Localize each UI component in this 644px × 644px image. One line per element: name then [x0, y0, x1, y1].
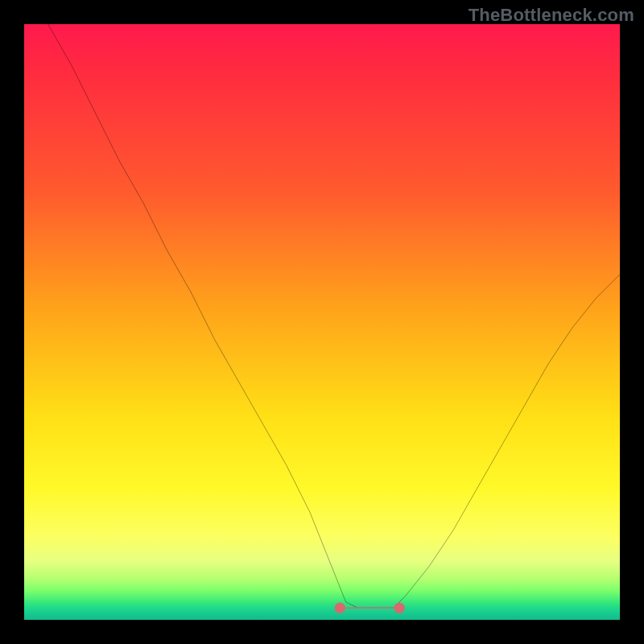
watermark-text: TheBottleneck.com	[469, 5, 634, 26]
optimal-flat-dot-left	[335, 603, 345, 613]
optimal-flat-dot-right	[394, 603, 405, 613]
chart-stage: TheBottleneck.com	[0, 0, 644, 644]
plot-area	[24, 24, 620, 620]
bottleneck-curve	[48, 24, 620, 608]
curve-layer	[24, 24, 620, 620]
